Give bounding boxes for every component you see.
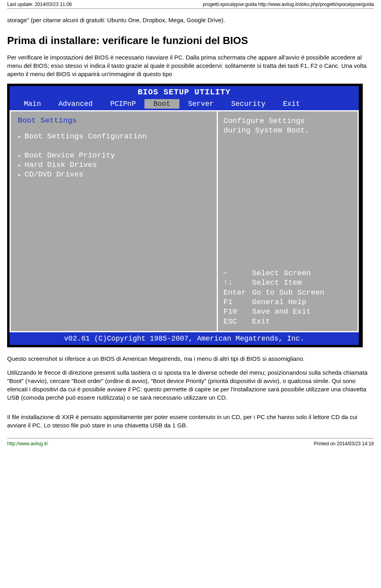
bios-tab-bar: MainAdvancedPCIPnPBootServerSecurityExit <box>10 98 359 110</box>
bios-help-key: ESC <box>223 317 252 326</box>
bios-right-description: Configure Settings during System Boot. <box>223 116 351 136</box>
bios-help-label: Select Item <box>252 278 302 287</box>
bios-tab-security[interactable]: Security <box>222 99 274 109</box>
bios-help-block: ←Select Screen↑↓Select ItemEnterGo to Su… <box>223 268 351 326</box>
bios-tab-exit[interactable]: Exit <box>274 99 309 109</box>
document-page: Last update: 2014/03/23 11:06 progetti:x… <box>0 0 381 455</box>
bios-help-label: Go to Sub Screen <box>252 288 324 297</box>
paragraph-storage: storage" (per citarne alcuni di gratuiti… <box>7 16 374 24</box>
bios-menu-item[interactable]: CD/DVD Drives <box>18 170 210 179</box>
page-footer: http://www.avilug.it/ Printed on 2014/03… <box>7 438 374 448</box>
bios-help-key: ← <box>223 268 252 278</box>
bios-right-pane: Configure Settings during System Boot. ←… <box>217 110 359 332</box>
paragraph-after-2: Utilizzando le frecce di direzione prese… <box>7 368 374 402</box>
header-source: progetti:xpocalypse:guida http://www.avi… <box>203 2 374 7</box>
page-header: Last update: 2014/03/23 11:06 progetti:x… <box>7 0 374 9</box>
bios-help-key: ↑↓ <box>223 278 252 287</box>
bios-help-key: F1 <box>223 297 252 307</box>
bios-help-label: Select Screen <box>252 268 311 278</box>
bios-help-key: Enter <box>223 288 252 297</box>
bios-tab-advanced[interactable]: Advanced <box>50 99 101 109</box>
section-heading-bios: Prima di installare: verificare le funzi… <box>7 34 374 47</box>
header-last-update: Last update: 2014/03/23 11:06 <box>7 2 72 7</box>
bios-help-row: ↑↓Select Item <box>223 278 351 287</box>
footer-printed-on: Printed on 2014/03/23 14:18 <box>314 441 374 446</box>
bios-right-desc-line2: during System Boot. <box>223 126 351 135</box>
bios-help-row: F1General Help <box>223 297 351 307</box>
bios-left-heading: Boot Settings <box>18 116 210 125</box>
bios-menu-item[interactable]: Boot Settings Configuration <box>18 132 210 141</box>
bios-left-pane: Boot Settings Boot Settings Configuratio… <box>10 110 217 332</box>
bios-help-row: ESCExit <box>223 317 351 326</box>
bios-help-label: Save and Exit <box>252 307 311 316</box>
bios-tab-boot[interactable]: Boot <box>144 99 179 109</box>
bios-tab-pcipnp[interactable]: PCIPnP <box>102 99 145 109</box>
footer-site-link[interactable]: http://www.avilug.it/ <box>7 441 48 446</box>
bios-help-label: General Help <box>252 297 306 307</box>
paragraph-after-3: Il file installazione di XXR è pensato a… <box>7 413 374 429</box>
bios-help-row: EnterGo to Sub Screen <box>223 288 351 297</box>
bios-right-desc-line1: Configure Settings <box>223 116 351 126</box>
bios-footer-bar: v02.61 (C)Copyright 1985-2007, American … <box>10 332 359 345</box>
bios-screenshot: BIOS SETUP UTILITY MainAdvancedPCIPnPBoo… <box>7 84 363 347</box>
bios-help-row: F10Save and Exit <box>223 307 351 316</box>
bios-help-key: F10 <box>223 307 252 316</box>
paragraph-after-1: Questo screenshot si riferisce a un BIOS… <box>7 354 374 363</box>
paragraph-intro: Per verificare le impostazioni del BIOS … <box>7 53 374 78</box>
bios-help-row: ←Select Screen <box>223 268 351 278</box>
bios-tab-server[interactable]: Server <box>179 99 223 109</box>
bios-tab-main[interactable]: Main <box>15 99 50 109</box>
bios-help-label: Exit <box>252 317 270 326</box>
bios-menu-item[interactable]: Hard Disk Drives <box>18 161 210 169</box>
bios-title-bar: BIOS SETUP UTILITY <box>10 86 359 98</box>
bios-menu-item[interactable]: Boot Device Priority <box>18 151 210 160</box>
bios-body: Boot Settings Boot Settings Configuratio… <box>10 110 359 332</box>
